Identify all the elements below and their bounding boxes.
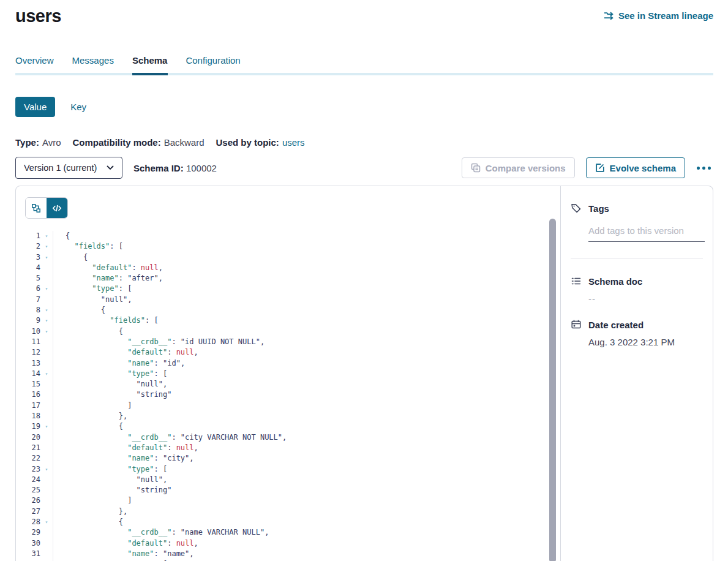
fold-chevron-icon[interactable]: ▾ <box>40 241 53 252</box>
code-line: 20 "__crdb__": "city VARCHAR NOT NULL", <box>16 432 560 443</box>
evolve-schema-label: Evolve schema <box>610 163 676 173</box>
line-number: 26 <box>16 495 40 506</box>
key-toggle-link[interactable]: Key <box>70 102 86 112</box>
line-number: 3 <box>16 252 40 263</box>
schema-doc-section: Schema doc -- <box>571 276 703 304</box>
code-text: "default": null, <box>53 263 560 273</box>
code-text: ] <box>53 495 560 506</box>
fold-spacer <box>40 358 53 369</box>
calendar-plus-icon <box>571 319 582 330</box>
code-text: "null", <box>53 295 560 305</box>
date-created-title: Date created <box>588 320 644 330</box>
tab-bar: Overview Messages Schema Configuration <box>15 55 713 75</box>
line-number: 4 <box>16 263 40 273</box>
active-tab-indicator <box>132 73 168 75</box>
tab-overview[interactable]: Overview <box>15 55 54 73</box>
evolve-schema-button[interactable]: Evolve schema <box>586 157 685 178</box>
version-select[interactable]: Version 1 (current) <box>15 157 122 179</box>
code-line: 7 "null", <box>16 295 560 305</box>
line-number: 14 <box>16 369 40 379</box>
code-line: 26 ] <box>16 495 560 506</box>
fold-spacer <box>40 411 53 421</box>
copy-versions-icon <box>471 163 481 173</box>
code-text: "default": null, <box>53 347 560 358</box>
more-options-button[interactable] <box>694 163 713 173</box>
fold-spacer <box>40 443 53 453</box>
code-text: { <box>53 326 560 337</box>
chevron-down-icon <box>107 165 114 170</box>
fold-spacer <box>40 273 53 284</box>
code-line: 28▾ { <box>16 517 560 527</box>
code-text: "fields": [ <box>53 315 560 326</box>
code-line: 5 "name": "after", <box>16 273 560 284</box>
schema-meta: Type: Avro Compatibility mode: Backward … <box>15 137 713 148</box>
value-toggle-button[interactable]: Value <box>15 97 55 117</box>
line-number: 21 <box>16 443 40 453</box>
fold-chevron-icon[interactable]: ▾ <box>40 231 53 241</box>
line-number: 11 <box>16 337 40 347</box>
vertical-scrollbar-thumb[interactable] <box>549 219 556 561</box>
stream-lineage-link[interactable]: See in Stream lineage <box>604 10 713 21</box>
tab-underline-track <box>15 73 713 75</box>
version-select-value: Version 1 (current) <box>24 163 97 173</box>
more-options-icon <box>702 167 705 170</box>
code-line: 16 "string" <box>16 390 560 400</box>
line-number: 31 <box>16 549 40 559</box>
code-line: 29 "__crdb__": "name VARCHAR NULL", <box>16 527 560 538</box>
fold-chevron-icon[interactable]: ▾ <box>40 326 53 337</box>
fold-spacer <box>40 485 53 495</box>
fold-chevron-icon[interactable]: ▾ <box>40 252 53 263</box>
fold-spacer <box>40 295 53 305</box>
line-number: 16 <box>16 390 40 400</box>
code-text: "type": [ <box>53 464 560 475</box>
code-line: 4 "default": null, <box>16 263 560 273</box>
fold-spacer <box>40 347 53 358</box>
fold-spacer <box>40 475 53 485</box>
fold-chevron-icon[interactable]: ▾ <box>40 464 53 475</box>
line-number: 8 <box>16 305 40 315</box>
tab-messages[interactable]: Messages <box>72 55 114 73</box>
code-line: 15 "null", <box>16 379 560 390</box>
line-number: 6 <box>16 284 40 294</box>
used-by-topic-link[interactable]: users <box>282 137 305 148</box>
add-tags-input[interactable] <box>588 225 705 242</box>
line-number: 25 <box>16 485 40 495</box>
line-number: 29 <box>16 527 40 538</box>
fold-spacer <box>40 549 53 559</box>
fold-chevron-icon[interactable]: ▾ <box>40 284 53 294</box>
code-line: 17 ] <box>16 401 560 411</box>
fold-chevron-icon[interactable]: ▾ <box>40 305 53 315</box>
fold-spacer <box>40 453 53 464</box>
code-view-button[interactable] <box>47 198 67 218</box>
line-number: 5 <box>16 273 40 284</box>
tree-view-button[interactable] <box>26 198 47 218</box>
code-text: "__crdb__": "city VARCHAR NOT NULL", <box>53 432 560 443</box>
line-number: 22 <box>16 453 40 464</box>
fold-chevron-icon[interactable]: ▾ <box>40 517 53 527</box>
code-line: 22 "name": "city", <box>16 453 560 464</box>
tab-configuration[interactable]: Configuration <box>186 55 240 73</box>
line-number: 12 <box>16 347 40 358</box>
fold-chevron-icon[interactable]: ▾ <box>40 315 53 326</box>
code-line: 2▾ "fields": [ <box>16 241 560 252</box>
line-number: 1 <box>16 231 40 241</box>
code-line: 8▾ { <box>16 305 560 315</box>
version-toolbar: Version 1 (current) Schema ID: 100002 Co… <box>15 157 713 179</box>
fold-spacer <box>40 379 53 390</box>
code-text: "__crdb__": "name VARCHAR NULL", <box>53 527 560 538</box>
type-value: Avro <box>42 137 61 148</box>
code-text: { <box>53 231 560 241</box>
tab-schema[interactable]: Schema <box>132 55 168 73</box>
code-line: 19▾ { <box>16 421 560 432</box>
fold-chevron-icon[interactable]: ▾ <box>40 421 53 432</box>
code-text: ] <box>53 401 560 411</box>
fold-chevron-icon[interactable]: ▾ <box>40 369 53 379</box>
code-text: "name": "after", <box>53 273 560 284</box>
code-text: "name": "city", <box>53 453 560 464</box>
code-line: 9▾ "fields": [ <box>16 315 560 326</box>
stream-lineage-label: See in Stream lineage <box>618 10 713 21</box>
code-line: 30 "default": null, <box>16 538 560 549</box>
line-number: 24 <box>16 475 40 485</box>
compare-versions-button[interactable]: Compare versions <box>462 157 575 178</box>
code-text: "name": "id", <box>53 358 560 369</box>
